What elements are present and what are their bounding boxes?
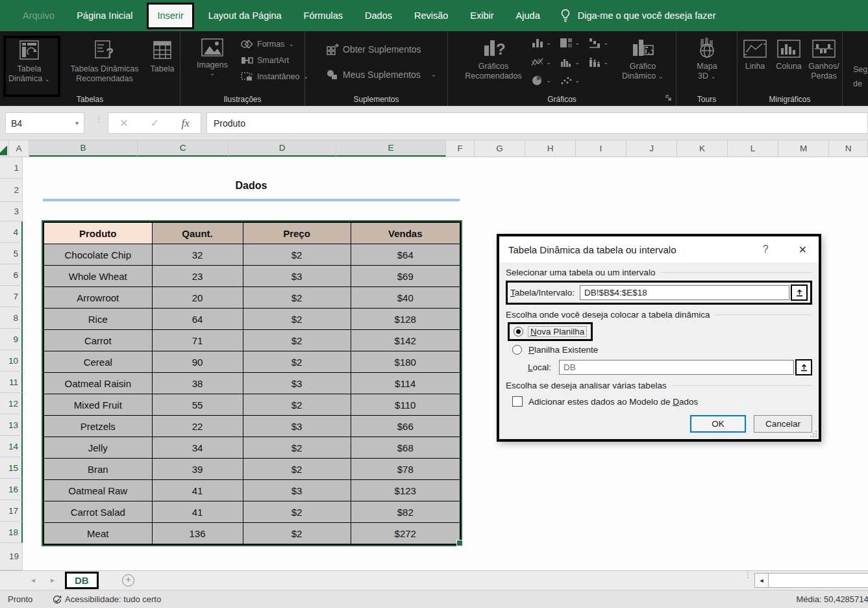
table-cell[interactable]: 41	[152, 501, 243, 523]
table-cell[interactable]: 38	[152, 373, 243, 394]
table-cell[interactable]: Meat	[43, 523, 152, 545]
tell-me-box[interactable]: Diga-me o que você deseja fazer	[560, 8, 716, 23]
sheet-nav-left-icon[interactable]: ◂	[31, 576, 35, 585]
row-header-9[interactable]: 9	[0, 329, 23, 350]
row-header-14[interactable]: 14	[0, 436, 23, 457]
confirm-entry-icon[interactable]: ✓	[151, 117, 159, 129]
table-cell[interactable]: Jelly	[43, 437, 152, 459]
shapes-button[interactable]: Formas⌄	[240, 39, 294, 49]
table-cell[interactable]: Pretzels	[43, 416, 152, 437]
row-header-10[interactable]: 10	[0, 350, 23, 372]
recommended-pivot-tables-button[interactable]: ? Tabelas Dinâmicas Recomendadas	[60, 39, 149, 84]
tab-exibir[interactable]: Exibir	[459, 0, 504, 31]
column-header-J[interactable]: J	[626, 140, 677, 157]
existing-worksheet-radio[interactable]	[512, 345, 522, 355]
recommended-charts-button[interactable]: ? Gráficos Recomendados	[457, 38, 530, 81]
help-icon[interactable]: ?	[763, 244, 769, 255]
table-cell[interactable]: $2	[243, 287, 351, 309]
row-header-12[interactable]: 12	[0, 393, 23, 414]
existing-worksheet-label[interactable]: Planilha Existente	[528, 345, 598, 355]
insert-function-icon[interactable]: fx	[182, 117, 190, 130]
table-cell[interactable]: $2	[243, 394, 351, 416]
table-cell[interactable]: $69	[351, 266, 460, 287]
table-cell[interactable]: Rice	[43, 309, 152, 330]
add-to-data-model-checkbox[interactable]	[512, 396, 523, 407]
table-cell[interactable]: $114	[351, 373, 460, 394]
sparkline-line-button[interactable]: Linha	[739, 39, 771, 71]
tab-pagina-inicial[interactable]: Página Inicial	[66, 0, 143, 31]
table-cell[interactable]: $2	[243, 309, 351, 330]
range-input[interactable]: DB!$B$4:$E$18	[580, 285, 789, 300]
new-worksheet-radio[interactable]	[514, 327, 523, 336]
insert-column-chart-button[interactable]: ⌄	[531, 38, 551, 48]
table-cell[interactable]: $2	[243, 459, 351, 480]
location-select-button[interactable]	[795, 359, 812, 375]
table-cell[interactable]: $2	[243, 351, 351, 373]
table-cell[interactable]: $66	[351, 416, 460, 437]
insert-combo-chart-button[interactable]: ⌄	[588, 57, 608, 68]
column-header-M[interactable]: M	[778, 140, 829, 157]
table-header-preco[interactable]: Preço	[243, 222, 351, 244]
row-header-4[interactable]: 4	[0, 222, 23, 243]
column-header-C[interactable]: C	[138, 140, 229, 157]
table-cell[interactable]: $68	[351, 437, 460, 459]
row-header-3[interactable]: 3	[0, 202, 23, 222]
3d-map-button[interactable]: Mapa 3D ⌄	[688, 38, 726, 81]
table-cell[interactable]: Mixed Fruit	[43, 394, 152, 416]
column-header-L[interactable]: L	[728, 140, 778, 157]
new-sheet-icon[interactable]: +	[122, 574, 134, 587]
table-cell[interactable]: 55	[152, 394, 243, 416]
column-header-N[interactable]: N	[829, 140, 868, 157]
table-cell[interactable]: $3	[243, 480, 351, 501]
formula-input[interactable]: Produto	[206, 112, 868, 134]
images-button[interactable]: Imagens ⌄	[192, 38, 232, 77]
table-cell[interactable]: $3	[243, 373, 351, 394]
name-box-dropdown-icon[interactable]: ▾	[75, 120, 79, 127]
close-icon[interactable]: ✕	[799, 244, 807, 256]
tab-bar-resize-handle[interactable]: ⋮	[744, 573, 752, 577]
column-header-A[interactable]: A	[9, 140, 29, 157]
column-header-F[interactable]: F	[446, 140, 475, 157]
table-cell[interactable]: Carrot	[43, 330, 152, 351]
add-to-data-model-label[interactable]: Adicionar estes dados ao Modelo de Dados	[528, 397, 698, 407]
table-cell[interactable]: $2	[243, 330, 351, 351]
table-cell[interactable]: $123	[351, 480, 460, 501]
table-cell[interactable]: 34	[152, 437, 243, 459]
column-header-E[interactable]: E	[336, 140, 446, 157]
table-cell[interactable]: $2	[243, 501, 351, 523]
table-header-qaunt-[interactable]: Qaunt.	[152, 222, 243, 244]
name-box[interactable]: B4 ▾	[5, 112, 84, 134]
table-cell[interactable]: 41	[152, 480, 243, 501]
insert-pie-chart-button[interactable]: ⌄	[531, 75, 551, 86]
row-header-7[interactable]: 7	[0, 286, 23, 307]
insert-scatter-chart-button[interactable]: ⌄	[560, 75, 580, 86]
table-cell[interactable]: $78	[351, 459, 460, 480]
location-input[interactable]: DB	[559, 360, 794, 375]
column-header-I[interactable]: I	[576, 140, 626, 157]
cancel-entry-icon[interactable]: ✕	[119, 117, 128, 129]
row-header-8[interactable]: 8	[0, 307, 23, 329]
table-header-produto[interactable]: Produto	[43, 222, 152, 244]
table-cell[interactable]: Whole Wheat	[43, 266, 152, 287]
table-cell[interactable]: $64	[351, 244, 460, 266]
tab-layout-da-pagina[interactable]: Layout da Página	[197, 0, 293, 31]
clipped-slicer-label-line1[interactable]: Seg	[853, 65, 867, 74]
tab-arquivo[interactable]: Arquivo	[12, 0, 66, 31]
table-cell[interactable]: $82	[351, 501, 460, 523]
row-header-15[interactable]: 15	[0, 457, 23, 479]
table-cell[interactable]: $2	[243, 244, 351, 266]
table-cell[interactable]: 71	[152, 330, 243, 351]
smartart-button[interactable]: SmartArt	[240, 55, 289, 66]
range-select-button[interactable]	[791, 285, 808, 301]
column-header-H[interactable]: H	[525, 140, 576, 157]
table-cell[interactable]: $2	[243, 523, 351, 545]
table-cell[interactable]: $142	[351, 330, 460, 351]
row-header-6[interactable]: 6	[0, 264, 23, 286]
column-header-K[interactable]: K	[677, 140, 728, 157]
tab-revisao[interactable]: Revisão	[403, 0, 459, 31]
table-cell[interactable]: 64	[152, 309, 243, 330]
new-worksheet-label[interactable]: Nova Planilha	[528, 326, 587, 337]
table-cell[interactable]: Oatmeal Raw	[43, 480, 152, 501]
table-cell[interactable]: Bran	[43, 459, 152, 480]
table-button[interactable]: Tabela	[147, 39, 178, 74]
